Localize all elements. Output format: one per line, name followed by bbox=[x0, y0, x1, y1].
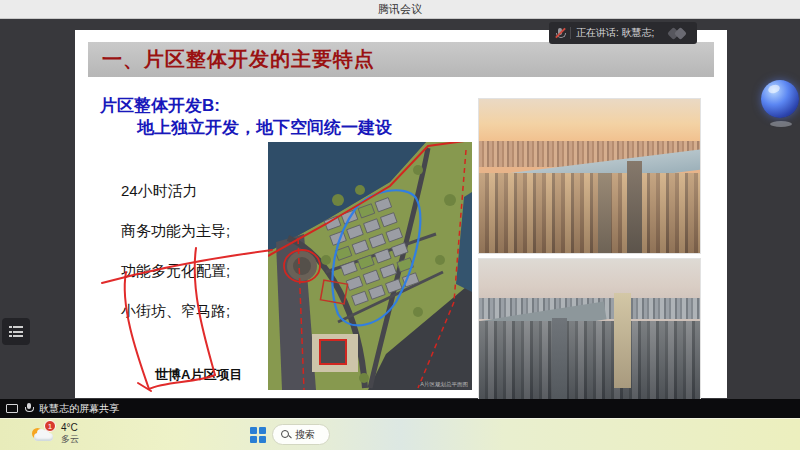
photo-tower bbox=[552, 318, 567, 399]
photo-city-sunset bbox=[478, 98, 701, 254]
photo-tower bbox=[614, 293, 631, 388]
meeting-logo-icon bbox=[669, 27, 691, 39]
window-title: 腾讯会议 bbox=[378, 2, 422, 17]
speaking-label: 正在讲话: 耿慧志; bbox=[576, 26, 664, 40]
slide-bullet: 小街坊、窄马路; bbox=[121, 302, 230, 321]
share-bar-label: 耿慧志的屏幕共享 bbox=[39, 402, 119, 416]
weather-badge: 1 bbox=[44, 420, 56, 432]
slide-subtitle-line2: 地上独立开发，地下空间统一建设 bbox=[137, 116, 392, 139]
toast-divider bbox=[570, 27, 571, 39]
weather-icon: 1 bbox=[30, 421, 56, 445]
map-watermark: A片区规划总平面图 bbox=[420, 381, 468, 388]
weather-temperature: 4°C bbox=[61, 422, 79, 434]
slide-bullet: 24小时活力 bbox=[121, 182, 198, 201]
shared-slide: 一、片区整体开发的主要特点 片区整体开发B: 地上独立开发，地下空间统一建设 2… bbox=[75, 30, 727, 398]
slide-header-band: 一、片区整体开发的主要特点 bbox=[88, 42, 714, 77]
taskbar: 1 4°C 多云 搜索 ? 中 bbox=[0, 418, 800, 450]
assistant-orb-button[interactable] bbox=[761, 80, 799, 118]
speaking-toast: 正在讲话: 耿慧志; bbox=[549, 22, 697, 44]
meeting-window: 腾讯会议 一、片区整体开发的主要特点 片区整体开发B: 地上独立开发，地下空间统… bbox=[0, 0, 800, 450]
search-label: 搜索 bbox=[295, 428, 315, 442]
screen-share-icon bbox=[6, 404, 18, 414]
photo-city-dusk bbox=[478, 258, 701, 400]
mic-muted-icon bbox=[555, 27, 565, 40]
photo-tower bbox=[627, 161, 642, 253]
microphone-icon bbox=[24, 403, 33, 415]
weather-widget[interactable]: 1 4°C 多云 bbox=[30, 421, 79, 445]
slide-bullet: 商务功能为主导; bbox=[121, 222, 230, 241]
photo-foreground bbox=[479, 173, 700, 253]
meeting-stage: 一、片区整体开发的主要特点 片区整体开发B: 地上独立开发，地下空间统一建设 2… bbox=[0, 19, 800, 418]
site-plan-drawing: A片区规划总平面图 bbox=[268, 142, 472, 390]
search-box[interactable]: 搜索 bbox=[272, 424, 330, 445]
weather-condition: 多云 bbox=[61, 434, 79, 445]
photo-foreground bbox=[479, 321, 700, 399]
screen-share-bar: 耿慧志的屏幕共享 bbox=[0, 399, 800, 418]
slide-title: 一、片区整体开发的主要特点 bbox=[88, 46, 375, 73]
start-button[interactable] bbox=[250, 427, 266, 443]
orb-shadow bbox=[770, 121, 792, 127]
list-icon bbox=[9, 326, 23, 328]
slide-caption: 世博A片区项目 bbox=[155, 366, 242, 384]
site-plan-map: A片区规划总平面图 bbox=[268, 142, 472, 390]
annotation-toolbar-button[interactable] bbox=[2, 318, 30, 345]
search-icon bbox=[281, 430, 291, 440]
slide-bullet: 功能多元化配置; bbox=[121, 262, 230, 281]
photo-tower bbox=[598, 173, 611, 253]
window-titlebar: 腾讯会议 bbox=[0, 0, 800, 19]
slide-subtitle-line1: 片区整体开发B: bbox=[100, 94, 220, 117]
